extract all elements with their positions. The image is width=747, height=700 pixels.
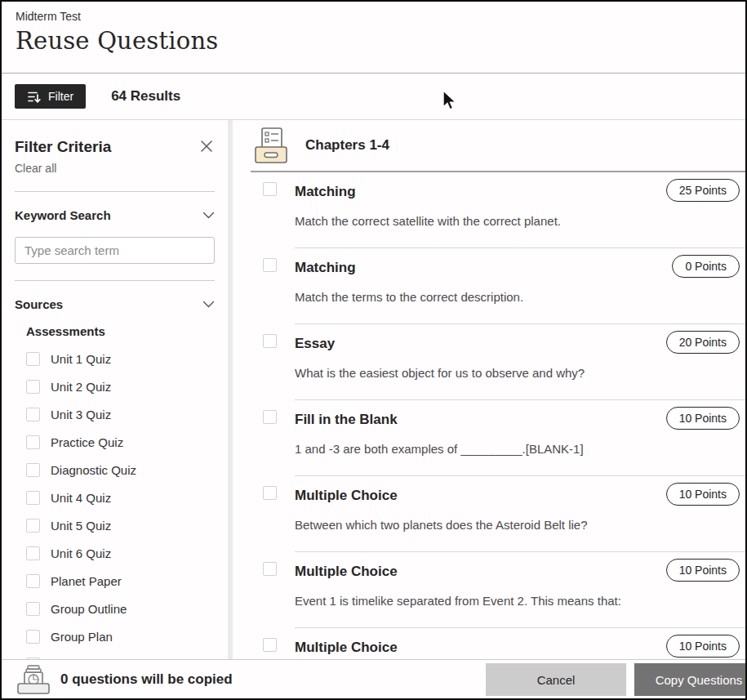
question-group-title: Chapters 1-4 — [305, 137, 389, 154]
sidebar-item-diagnostic-quiz[interactable]: Diagnostic Quiz — [26, 463, 215, 477]
dialog-header: Midterm Test Reuse Questions — [2, 2, 745, 74]
question-type: Essay — [295, 336, 647, 352]
points-badge: 10 Points — [666, 559, 740, 582]
filter-icon — [27, 90, 41, 104]
source-checkbox[interactable] — [26, 602, 40, 616]
sidebar-divider-1 — [15, 191, 215, 192]
filter-button[interactable]: Filter — [15, 84, 86, 109]
source-checkbox[interactable] — [26, 352, 40, 366]
sidebar-item-unit-2-quiz[interactable]: Unit 2 Quiz — [26, 380, 215, 394]
sidebar-item-group-outline[interactable]: Group Outline — [26, 602, 215, 616]
filter-bar: Filter 64 Results — [2, 74, 745, 120]
source-checkbox[interactable] — [26, 491, 40, 505]
source-label: Unit 4 Quiz — [51, 491, 111, 505]
breadcrumb: Midterm Test — [16, 10, 732, 23]
copy-summary-text: 0 questions will be copied — [60, 671, 233, 688]
question-row: Multiple Choice Between which two planet… — [233, 476, 745, 551]
chevron-down-icon[interactable] — [202, 301, 215, 308]
question-checkbox[interactable] — [263, 638, 277, 652]
source-checkbox[interactable] — [26, 519, 40, 533]
sidebar-item-group-plan[interactable]: Group Plan — [26, 630, 215, 644]
question-row: Essay What is the easiest object for us … — [233, 324, 745, 399]
sidebar-item-unit-4-quiz[interactable]: Unit 4 Quiz — [26, 491, 215, 505]
source-checkbox[interactable] — [26, 380, 40, 394]
copy-summary-icon — [16, 664, 50, 695]
sources-section-header[interactable]: Sources — [15, 297, 215, 311]
points-badge: 20 Points — [666, 331, 740, 354]
dialog-footer: 0 questions will be copied Cancel Copy Q… — [2, 659, 745, 698]
source-checkbox[interactable] — [26, 408, 40, 421]
question-checkbox[interactable] — [263, 486, 277, 500]
dialog-body: Filter Criteria Clear all Keyword Search… — [2, 120, 745, 659]
points-badge: 10 Points — [666, 407, 740, 430]
sidebar-divider-2 — [15, 280, 215, 281]
reuse-questions-dialog: Midterm Test Reuse Questions Filter 64 R… — [0, 0, 747, 700]
question-checkbox[interactable] — [263, 182, 277, 196]
filter-button-label: Filter — [48, 90, 73, 103]
sidebar-item-unit-1-quiz[interactable]: Unit 1 Quiz — [26, 352, 215, 366]
source-label: Unit 1 Quiz — [51, 352, 111, 366]
question-type: Fill in the Blank — [295, 412, 647, 428]
source-checkbox[interactable] — [26, 463, 40, 477]
points-badge: 25 Points — [666, 179, 740, 202]
question-row: Matching Match the correct satellite wit… — [233, 172, 745, 247]
source-label: Group Outline — [51, 602, 127, 616]
sidebar-header: Filter Criteria — [15, 138, 215, 156]
close-filter-button[interactable] — [198, 138, 215, 154]
question-text: Between which two planets does the Aster… — [295, 518, 647, 532]
chevron-down-icon[interactable] — [202, 212, 215, 219]
keyword-search-section-header[interactable]: Keyword Search — [15, 208, 215, 222]
sidebar-title: Filter Criteria — [15, 138, 111, 156]
source-label: Practice Quiz — [51, 435, 123, 449]
question-type: Matching — [295, 184, 647, 200]
source-label: Planet Paper — [51, 574, 122, 588]
sidebar-item-planet-paper[interactable]: Planet Paper — [26, 574, 215, 588]
question-type: Multiple Choice — [295, 564, 647, 580]
points-badge: 10 Points — [666, 635, 740, 658]
source-label: Group Plan — [51, 630, 113, 644]
keyword-search-label: Keyword Search — [15, 208, 111, 222]
sidebar-item-unit-6-quiz[interactable]: Unit 6 Quiz — [26, 546, 215, 560]
source-label: Unit 2 Quiz — [51, 380, 111, 394]
copy-questions-button[interactable]: Copy Questions — [634, 663, 747, 696]
sources-group-assessments: Assessments — [26, 324, 215, 338]
source-checkbox[interactable] — [26, 435, 40, 449]
question-checkbox[interactable] — [263, 258, 277, 272]
page-title: Reuse Questions — [16, 27, 732, 55]
cancel-button[interactable]: Cancel — [486, 663, 626, 696]
question-text: 1 and -3 are both examples of _________.… — [295, 442, 647, 456]
question-list-panel: Chapters 1-4 Matching Match the correct … — [233, 120, 745, 659]
sources-label: Sources — [15, 297, 63, 311]
question-row: Fill in the Blank 1 and -3 are both exam… — [233, 400, 745, 475]
source-label: Unit 5 Quiz — [51, 519, 111, 533]
source-label: Diagnostic Quiz — [51, 463, 136, 477]
source-label: Unit 6 Quiz — [51, 546, 111, 560]
assessment-drawer-icon — [253, 126, 289, 165]
question-type: Matching — [295, 260, 647, 276]
question-row: Multiple Choice Event 1 is timelike sepa… — [233, 552, 745, 627]
question-text: Match the correct satellite with the cor… — [295, 214, 647, 228]
clear-all-link[interactable]: Clear all — [15, 162, 215, 175]
source-checkbox[interactable] — [26, 574, 40, 588]
question-row-partial: Multiple Choice 10 Points — [233, 628, 745, 659]
points-badge: 10 Points — [666, 483, 740, 506]
close-icon — [200, 143, 213, 155]
question-type: Multiple Choice — [295, 488, 647, 504]
question-text: What is the easiest object for us to obs… — [295, 366, 647, 380]
question-checkbox[interactable] — [263, 562, 277, 576]
sidebar-item-practice-quiz[interactable]: Practice Quiz — [26, 435, 215, 449]
question-text: Match the terms to the correct descripti… — [295, 290, 647, 304]
question-checkbox[interactable] — [263, 410, 277, 424]
question-checkbox[interactable] — [263, 334, 277, 348]
source-checkbox[interactable] — [26, 546, 40, 560]
search-input[interactable] — [15, 237, 215, 264]
sidebar-item-unit-3-quiz[interactable]: Unit 3 Quiz — [26, 408, 215, 421]
question-row: Matching Match the terms to the correct … — [233, 248, 745, 323]
question-group-header: Chapters 1-4 — [233, 120, 745, 171]
points-badge: 0 Points — [672, 255, 740, 278]
question-text: Event 1 is timelike separated from Event… — [295, 594, 647, 608]
question-type: Multiple Choice — [295, 640, 647, 656]
sidebar-item-unit-5-quiz[interactable]: Unit 5 Quiz — [26, 519, 215, 533]
source-label: Unit 3 Quiz — [51, 408, 111, 421]
source-checkbox[interactable] — [26, 630, 40, 644]
